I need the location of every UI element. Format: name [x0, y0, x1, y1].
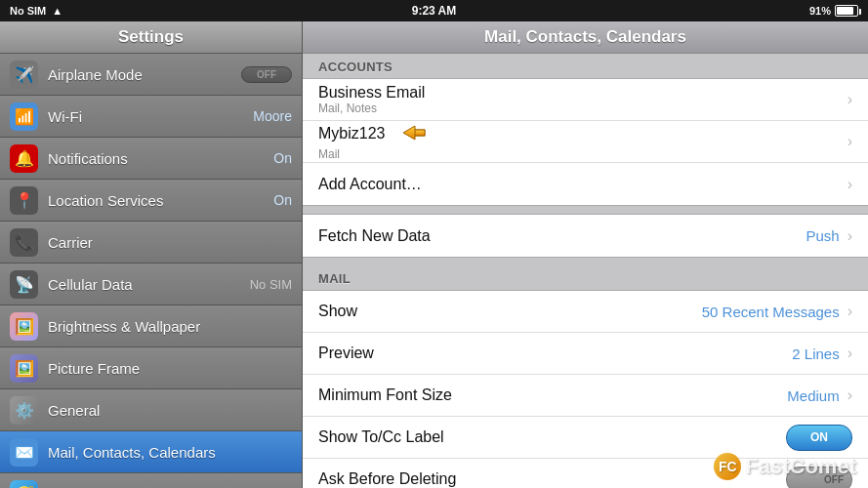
show-row[interactable]: Show 50 Recent Messages ›	[303, 291, 868, 333]
min-font-size-chevron: ›	[847, 386, 852, 404]
carrier-icon: 📞	[10, 228, 38, 257]
main-container: Settings ✈️ Airplane Mode OFF 📶 Wi-Fi Mo…	[0, 21, 868, 488]
safari-icon: 🧭	[10, 480, 38, 489]
mybiz123-label-group: Mybiz123	[318, 122, 844, 161]
preview-value: 2 Lines	[792, 346, 839, 362]
preview-chevron: ›	[847, 345, 852, 362]
airplane-mode-label: Airplane Mode	[48, 66, 241, 83]
mail-label: Mail, Contacts, Calendars	[48, 444, 292, 461]
location-services-icon: 📍	[10, 186, 38, 215]
battery-icon	[835, 5, 858, 17]
sidebar-item-brightness[interactable]: 🖼️ Brightness & Wallpaper	[0, 305, 302, 347]
wifi-sidebar-icon: 📶	[10, 102, 38, 131]
accounts-group: Business Email Mail, Notes › Mybiz123	[303, 78, 868, 206]
mybiz123-chevron: ›	[847, 133, 852, 150]
airplane-mode-toggle[interactable]: OFF	[241, 66, 292, 83]
wifi-value: Moore	[253, 108, 292, 124]
status-right: 91%	[809, 5, 858, 17]
sidebar-item-wifi[interactable]: 📶 Wi-Fi Moore	[0, 96, 302, 138]
business-email-row[interactable]: Business Email Mail, Notes ›	[303, 79, 868, 121]
carrier-label: No SIM	[10, 5, 46, 17]
preview-label: Preview	[318, 345, 792, 362]
sidebar-item-general[interactable]: ⚙️ General	[0, 389, 302, 431]
notifications-icon: 🔔	[10, 144, 38, 173]
svg-rect-1	[415, 130, 425, 136]
fetch-chevron: ›	[847, 227, 852, 245]
sidebar-item-airplane-mode[interactable]: ✈️ Airplane Mode OFF	[0, 54, 302, 96]
add-account-row[interactable]: Add Account… ›	[303, 163, 868, 205]
status-time: 9:23 AM	[412, 4, 457, 18]
wifi-label: Wi-Fi	[48, 108, 253, 125]
business-email-label: Business Email	[318, 84, 844, 102]
cellular-data-value: No SIM	[250, 277, 292, 292]
brightness-icon: 🖼️	[10, 312, 38, 341]
general-icon: ⚙️	[10, 396, 38, 425]
sidebar-item-mail[interactable]: ✉️ Mail, Contacts, Calendars	[0, 431, 302, 473]
business-email-sublabel: Mail, Notes	[318, 102, 844, 115]
mail-section-label: Mail	[303, 265, 868, 290]
show-label: Show	[318, 303, 702, 320]
location-services-value: On	[273, 192, 292, 208]
notifications-label: Notifications	[48, 150, 273, 167]
ask-before-deleting-label: Ask Before Deleting	[318, 470, 786, 488]
brightness-label: Brightness & Wallpaper	[48, 318, 292, 335]
picture-frame-label: Picture Frame	[48, 360, 292, 377]
sidebar-header: Settings	[0, 21, 302, 54]
content-header: Mail, Contacts, Calendars	[303, 21, 868, 54]
accounts-section-label: Accounts	[303, 54, 868, 78]
min-font-size-label: Minimum Font Size	[318, 386, 787, 404]
ask-before-deleting-toggle[interactable]: OFF	[786, 467, 852, 489]
fetch-value: Push	[806, 227, 839, 244]
status-left: No SIM ▲	[10, 5, 62, 17]
fetch-new-data-row[interactable]: Fetch New Data Push ›	[303, 215, 868, 257]
general-label: General	[48, 402, 292, 419]
wifi-icon: ▲	[52, 5, 62, 17]
min-font-size-value: Medium	[787, 387, 839, 404]
ask-before-deleting-row[interactable]: Ask Before Deleting OFF	[303, 459, 868, 488]
preview-row[interactable]: Preview 2 Lines ›	[303, 333, 868, 375]
sidebar-item-notifications[interactable]: 🔔 Notifications On	[0, 138, 302, 180]
cellular-data-label: Cellular Data	[48, 276, 250, 293]
mybiz123-label: Mybiz123	[318, 122, 844, 147]
business-email-chevron: ›	[847, 91, 852, 108]
business-email-label-group: Business Email Mail, Notes	[318, 84, 844, 115]
sidebar-item-carrier[interactable]: 📞 Carrier	[0, 222, 302, 264]
sidebar: Settings ✈️ Airplane Mode OFF 📶 Wi-Fi Mo…	[0, 21, 303, 488]
battery-percent: 91%	[809, 5, 831, 17]
cursor-arrow-icon	[395, 122, 427, 143]
mail-icon: ✉️	[10, 438, 38, 467]
location-services-label: Location Services	[48, 192, 273, 209]
notifications-value: On	[273, 150, 292, 166]
carrier-label-sidebar: Carrier	[48, 234, 292, 251]
fetch-group: Fetch New Data Push ›	[303, 214, 868, 258]
airplane-mode-icon: ✈️	[10, 61, 38, 89]
show-tocc-label: Show To/Cc Label	[318, 428, 786, 446]
show-tocc-toggle[interactable]: ON	[786, 425, 852, 451]
fetch-new-data-label: Fetch New Data	[318, 227, 806, 245]
sidebar-list: ✈️ Airplane Mode OFF 📶 Wi-Fi Moore 🔔 Not…	[0, 54, 302, 488]
sidebar-item-picture-frame[interactable]: 🖼️ Picture Frame	[0, 347, 302, 389]
picture-frame-icon: 🖼️	[10, 354, 38, 383]
content-area: Mail, Contacts, Calendars Accounts Busin…	[303, 21, 868, 488]
sidebar-item-safari[interactable]: 🧭 Safari	[0, 473, 302, 488]
min-font-size-row[interactable]: Minimum Font Size Medium ›	[303, 375, 868, 417]
sidebar-item-cellular-data[interactable]: 📡 Cellular Data No SIM	[0, 264, 302, 305]
add-account-label: Add Account…	[318, 176, 844, 193]
battery-fill	[837, 7, 853, 15]
mail-group: Show 50 Recent Messages › Preview 2 Line…	[303, 290, 868, 488]
show-tocc-row[interactable]: Show To/Cc Label ON	[303, 417, 868, 459]
add-account-chevron: ›	[847, 176, 852, 193]
cursor-icon	[395, 122, 427, 147]
show-value: 50 Recent Messages	[702, 304, 840, 320]
show-chevron: ›	[847, 303, 852, 320]
status-bar: No SIM ▲ 9:23 AM 91%	[0, 0, 868, 21]
cellular-data-icon: 📡	[10, 270, 38, 299]
mybiz123-sublabel: Mail	[318, 147, 844, 161]
sidebar-item-location-services[interactable]: 📍 Location Services On	[0, 180, 302, 222]
mybiz123-row[interactable]: Mybiz123	[303, 121, 868, 163]
